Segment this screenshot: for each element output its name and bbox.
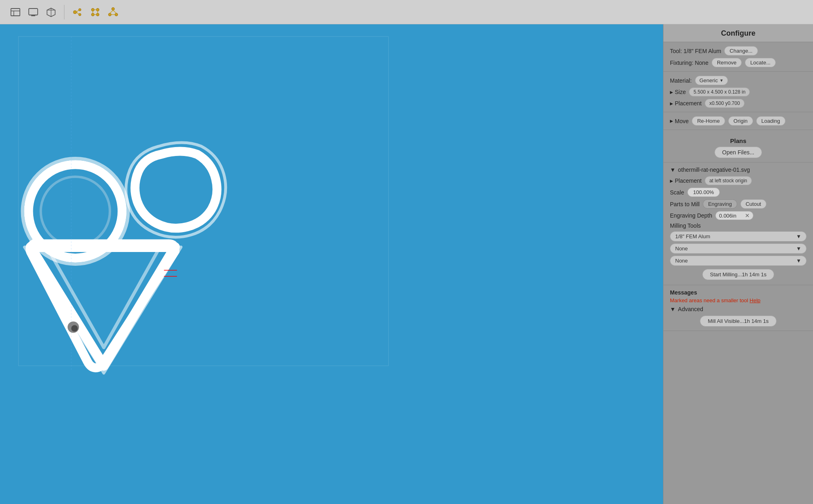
material-section: Material: Generic ▼ ▶ Size 5.500 x 4.500…: [663, 72, 813, 112]
engraving-depth-input[interactable]: [719, 213, 743, 219]
svg-collapse-icon[interactable]: ▼: [670, 167, 676, 173]
svg-point-16: [92, 13, 94, 16]
milling-tool-2-dropdown[interactable]: None ▼: [670, 243, 807, 254]
svg-placement-expand[interactable]: ▶ Placement: [670, 177, 702, 184]
nodes-icon-1[interactable]: [70, 5, 85, 19]
scale-row: Scale: [670, 188, 807, 197]
svg-point-11: [79, 13, 81, 16]
tool-label: Tool: 1/8" FEM Alum: [670, 48, 721, 54]
move-row: ▶ Move Re-Home Origin Loading: [670, 116, 807, 126]
main-content: Configure Tool: 1/8" FEM Alum Change... …: [0, 24, 813, 504]
toolbar-divider: [64, 5, 64, 19]
fixturing-label: Fixturing: None: [670, 60, 708, 66]
svg-point-9: [73, 11, 77, 14]
messages-section: Messages Marked areas need a smaller too…: [663, 285, 813, 331]
milling-tool-3-dropdown[interactable]: None ▼: [670, 256, 807, 266]
svg-file-header: ▼ othermill-rat-negative-01.svg: [670, 167, 807, 173]
placement-value: x0.500 y0.700: [705, 99, 744, 108]
mill-all-button[interactable]: Mill All Visible...1h 14m 1s: [700, 316, 776, 327]
change-button[interactable]: Change...: [724, 46, 757, 56]
monitor-view-icon[interactable]: [26, 5, 41, 19]
2d-view-icon[interactable]: [8, 5, 23, 19]
svg-line-13: [77, 12, 79, 14]
svg-point-23: [109, 13, 111, 16]
svg-filename: othermill-rat-negative-01.svg: [678, 167, 750, 173]
svg-point-40: [71, 325, 78, 332]
help-link[interactable]: Help: [750, 297, 761, 303]
tool-row: Tool: 1/8" FEM Alum Change...: [670, 46, 807, 56]
messages-label: Messages: [670, 289, 807, 296]
engraving-depth-row: Engraving Depth ✕: [670, 211, 807, 220]
canvas-area[interactable]: [0, 24, 663, 504]
plans-section: Plans Open Files...: [663, 130, 813, 162]
messages-error: Marked areas need a smaller tool Help: [670, 297, 807, 303]
loading-button[interactable]: Loading: [756, 116, 785, 126]
svg-point-17: [96, 13, 99, 16]
rehome-button[interactable]: Re-Home: [692, 116, 725, 126]
svg-line-12: [77, 10, 79, 12]
engraving-button[interactable]: Engraving: [703, 199, 737, 209]
scale-input[interactable]: [687, 188, 720, 197]
sidebar: Configure Tool: 1/8" FEM Alum Change... …: [663, 24, 813, 504]
svg-file-section: ▼ othermill-rat-negative-01.svg ▶ Placem…: [663, 162, 813, 285]
svg-placement-value: at left stock origin: [705, 176, 751, 185]
start-milling-button[interactable]: Start Milling...1h 14m 1s: [702, 269, 774, 280]
nodes-icon-3[interactable]: [106, 5, 120, 19]
size-row: ▶ Size 5.500 x 4.500 x 0.128 in: [670, 88, 807, 96]
svg-rect-0: [11, 9, 20, 16]
nodes-icon-2[interactable]: [88, 5, 103, 19]
advanced-collapse-icon: ▼: [670, 306, 676, 312]
svg-line-25: [110, 10, 113, 13]
remove-button[interactable]: Remove: [712, 58, 742, 67]
advanced-label: Advanced: [678, 306, 703, 312]
svg-rect-3: [29, 9, 38, 15]
placement-expand[interactable]: ▶ Placement: [670, 100, 702, 107]
engraving-depth-label: Engraving Depth: [670, 212, 712, 219]
3d-box-icon[interactable]: [44, 5, 58, 19]
fixturing-row: Fixturing: None Remove Locate...: [670, 58, 807, 67]
scale-label: Scale: [670, 189, 684, 196]
parts-to-mill-label: Parts to Mill: [670, 201, 700, 207]
svg-placement-row: ▶ Placement at left stock origin: [670, 176, 807, 185]
svg-point-24: [115, 13, 118, 16]
material-dropdown[interactable]: Generic ▼: [695, 76, 728, 85]
placement-row: ▶ Placement x0.500 y0.700: [670, 99, 807, 108]
svg-point-10: [79, 9, 81, 11]
material-row: Material: Generic ▼: [670, 76, 807, 85]
svg-point-22: [112, 7, 115, 10]
svg-point-14: [92, 8, 94, 11]
advanced-row[interactable]: ▼ Advanced: [670, 306, 807, 312]
svg-line-26: [113, 10, 116, 13]
tool-section: Tool: 1/8" FEM Alum Change... Fixturing:…: [663, 42, 813, 72]
milling-tool-1-dropdown[interactable]: 1/8" FEM Alum ▼: [670, 231, 807, 241]
locate-button[interactable]: Locate...: [745, 58, 776, 67]
sidebar-title: Configure: [663, 24, 813, 42]
open-files-button[interactable]: Open Files...: [715, 147, 762, 158]
engraving-depth-input-wrap: ✕: [715, 211, 753, 220]
size-value: 5.500 x 4.500 x 0.128 in: [689, 88, 750, 96]
toolbar: [0, 0, 813, 24]
material-label: Material:: [670, 77, 692, 84]
milling-tools-label: Milling Tools: [670, 222, 807, 229]
move-section: ▶ Move Re-Home Origin Loading: [663, 112, 813, 130]
depth-clear-button[interactable]: ✕: [745, 212, 750, 219]
plans-title: Plans: [670, 134, 807, 147]
size-expand[interactable]: ▶ Size: [670, 89, 686, 95]
move-expand[interactable]: ▶ Move: [670, 118, 689, 124]
cutout-button[interactable]: Cutout: [740, 199, 766, 209]
svg-point-15: [96, 8, 99, 11]
origin-button[interactable]: Origin: [728, 116, 753, 126]
parts-to-mill-row: Parts to Mill Engraving Cutout: [670, 199, 807, 209]
